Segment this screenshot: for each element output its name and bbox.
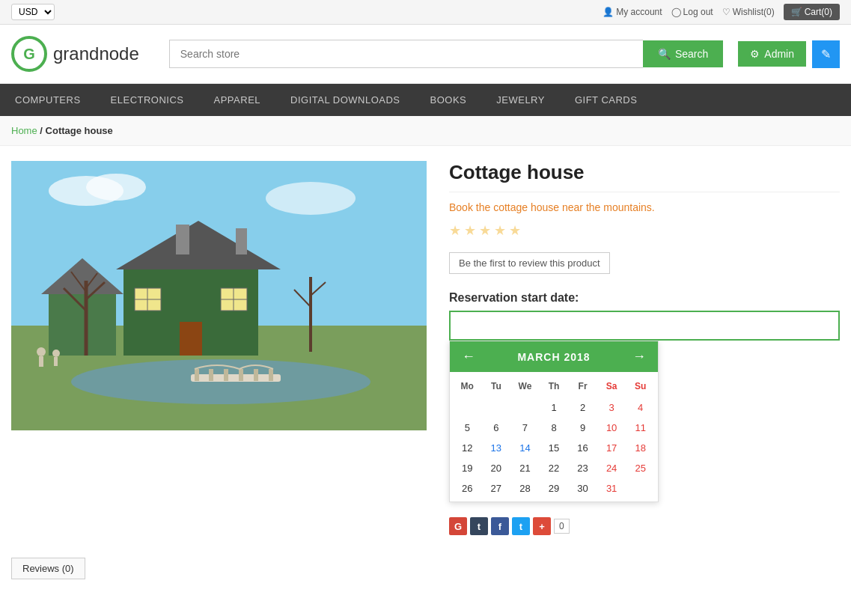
calendar-day[interactable]: 8 xyxy=(540,418,569,438)
calendar-day[interactable]: 11 xyxy=(626,418,655,438)
star-3[interactable]: ★ xyxy=(479,222,491,239)
currency-selector[interactable]: USD EUR GBP xyxy=(11,4,55,20)
star-4[interactable]: ★ xyxy=(494,222,506,239)
day-tu: Tu xyxy=(482,378,511,394)
product-image xyxy=(11,161,427,430)
svg-rect-37 xyxy=(54,357,58,366)
share-googleplus-button[interactable]: + xyxy=(533,517,551,535)
calendar: ← MARCH 2018 → Mo Tu We Th Fr Sa Su 1234… xyxy=(449,341,659,502)
calendar-day[interactable]: 27 xyxy=(482,478,511,498)
calendar-day[interactable]: 15 xyxy=(540,438,569,458)
star-5[interactable]: ★ xyxy=(509,222,521,239)
calendar-day[interactable]: 7 xyxy=(510,418,540,438)
edit-button[interactable]: ✎ xyxy=(812,40,840,68)
day-sa: Sa xyxy=(597,378,626,394)
svg-rect-8 xyxy=(176,225,189,254)
search-wrap: 🔍 Search xyxy=(169,40,724,68)
calendar-day[interactable]: 25 xyxy=(626,458,655,478)
calendar-day[interactable]: 14 xyxy=(510,438,540,458)
calendar-day[interactable]: 12 xyxy=(453,438,482,458)
share-tumblr-button[interactable]: t xyxy=(470,517,488,535)
logo-text: grandnode xyxy=(53,43,139,64)
calendar-day[interactable]: 3 xyxy=(597,397,626,418)
breadcrumb-current: Cottage house xyxy=(46,125,113,136)
calendar-day[interactable]: 9 xyxy=(568,418,597,438)
day-fr: Fr xyxy=(568,378,597,394)
calendar-month-year: MARCH 2018 xyxy=(517,351,590,363)
calendar-day[interactable]: 4 xyxy=(626,397,655,418)
calendar-day[interactable]: 17 xyxy=(597,438,626,458)
calendar-day[interactable]: 30 xyxy=(568,478,597,498)
product-details: Cottage house Book the cottage house nea… xyxy=(449,161,840,535)
heart-icon: ♡ xyxy=(722,7,730,17)
svg-point-3 xyxy=(266,182,356,215)
svg-point-34 xyxy=(37,347,46,356)
calendar-day[interactable]: 28 xyxy=(510,478,540,498)
calendar-day[interactable]: 19 xyxy=(453,458,482,478)
calendar-day[interactable]: 18 xyxy=(626,438,655,458)
breadcrumb-separator: / xyxy=(40,125,45,136)
day-we: We xyxy=(510,378,540,394)
svg-rect-32 xyxy=(254,369,258,381)
nav-item-jewelry[interactable]: JEWELRY xyxy=(481,84,560,116)
search-button[interactable]: 🔍 Search xyxy=(643,40,723,67)
nav-item-computers[interactable]: COMPUTERS xyxy=(0,84,96,116)
calendar-days-header: Mo Tu We Th Fr Sa Su xyxy=(453,375,655,397)
nav-item-digital-downloads[interactable]: DIGITAL DOWNLOADS xyxy=(275,84,415,116)
share-facebook-button[interactable]: f xyxy=(491,517,509,535)
calendar-day[interactable]: 23 xyxy=(568,458,597,478)
svg-rect-17 xyxy=(49,292,116,356)
calendar-day[interactable]: 1 xyxy=(540,397,569,418)
first-review-button[interactable]: Be the first to review this product xyxy=(449,252,610,274)
calendar-day[interactable]: 22 xyxy=(540,458,569,478)
wishlist-link[interactable]: ♡ Wishlist(0) xyxy=(722,7,775,17)
svg-rect-9 xyxy=(236,228,247,254)
star-1[interactable]: ★ xyxy=(449,222,461,239)
calendar-day[interactable]: 16 xyxy=(568,438,597,458)
calendar-day[interactable]: 13 xyxy=(482,438,511,458)
reservation-date-input[interactable] xyxy=(449,311,840,341)
svg-rect-31 xyxy=(239,369,243,381)
calendar-day[interactable]: 20 xyxy=(482,458,511,478)
admin-button[interactable]: ⚙ Admin xyxy=(738,41,806,67)
calendar-day[interactable]: 5 xyxy=(453,418,482,438)
nav-item-gift-cards[interactable]: GIFT CARDS xyxy=(560,84,653,116)
nav-item-apparel[interactable]: APPAREL xyxy=(199,84,276,116)
top-bar-left: USD EUR GBP xyxy=(11,4,55,20)
logo-link[interactable]: G grandnode xyxy=(11,36,139,72)
calendar-next-button[interactable]: → xyxy=(628,347,650,366)
share-twitter-button[interactable]: t xyxy=(512,517,530,535)
reviews-tab[interactable]: Reviews (0) xyxy=(11,558,85,579)
calendar-day[interactable]: 21 xyxy=(510,458,540,478)
edit-icon: ✎ xyxy=(821,48,831,61)
nav-item-books[interactable]: BOOKS xyxy=(415,84,482,116)
svg-rect-29 xyxy=(209,369,213,381)
product-rating: ★ ★ ★ ★ ★ xyxy=(449,222,840,239)
breadcrumb-home[interactable]: Home xyxy=(11,125,37,136)
share-gmail-button[interactable]: G xyxy=(449,517,467,535)
my-account-link[interactable]: 👤 My account xyxy=(603,7,662,17)
breadcrumb: Home / Cottage house xyxy=(0,116,851,146)
calendar-day[interactable]: 26 xyxy=(453,478,482,498)
svg-point-2 xyxy=(86,174,146,201)
svg-rect-28 xyxy=(195,369,199,381)
cart-link[interactable]: 🛒 Cart(0) xyxy=(784,4,840,20)
calendar-day[interactable]: 31 xyxy=(597,478,626,498)
calendar-day[interactable]: 24 xyxy=(597,458,626,478)
nav-item-electronics[interactable]: ELECTRONICS xyxy=(96,84,199,116)
calendar-day[interactable]: 29 xyxy=(540,478,569,498)
day-mo: Mo xyxy=(453,378,482,394)
logout-link[interactable]: ◯ Log out xyxy=(671,7,713,17)
header-actions: ⚙ Admin ✎ xyxy=(738,40,840,68)
calendar-day[interactable]: 10 xyxy=(597,418,626,438)
cart-icon: 🛒 xyxy=(791,7,802,17)
top-bar: USD EUR GBP 👤 My account ◯ Log out ♡ Wis… xyxy=(0,0,851,25)
user-icon: 👤 xyxy=(603,7,614,17)
star-2[interactable]: ★ xyxy=(464,222,476,239)
calendar-prev-button[interactable]: ← xyxy=(457,347,480,366)
search-input[interactable] xyxy=(169,40,643,68)
calendar-day[interactable]: 2 xyxy=(568,397,597,418)
product-description: Book the cottage house near the mountain… xyxy=(449,201,840,213)
calendar-day[interactable]: 6 xyxy=(482,418,511,438)
share-count: 0 xyxy=(554,519,570,534)
